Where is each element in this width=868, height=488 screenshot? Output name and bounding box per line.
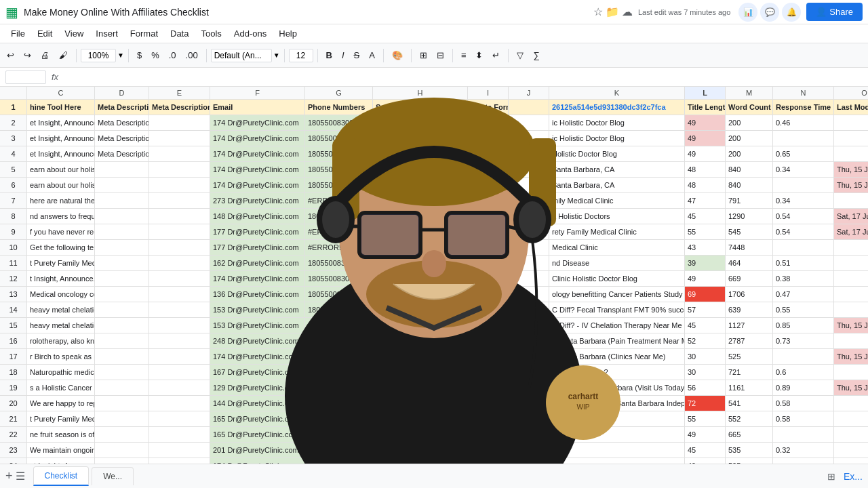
cell[interactable]: [834, 365, 868, 380]
cell[interactable]: 20: [0, 396, 27, 411]
cell[interactable]: [773, 427, 834, 442]
cell[interactable]: 535: [726, 443, 773, 458]
cell[interactable]: [95, 333, 149, 348]
cell[interactable]: earn about our holisti...: [27, 162, 95, 177]
cell[interactable]: ne fruit season is off...: [27, 427, 95, 442]
currency-button[interactable]: $: [133, 47, 146, 63]
cell[interactable]: Thu, 15 Jul 20: [834, 178, 868, 192]
share-button[interactable]: 👤 Share: [806, 3, 863, 21]
cell[interactable]: t Purety Family Medic...: [27, 411, 95, 426]
cell[interactable]: t Purety Family Medic...: [27, 256, 95, 270]
filter-button[interactable]: ▽: [513, 47, 528, 63]
undo-button[interactable]: ↩: [3, 47, 18, 63]
cell[interactable]: 49: [685, 131, 726, 146]
sheet-menu-button[interactable]: ☰: [16, 470, 25, 483]
cell[interactable]: [95, 411, 149, 426]
cell[interactable]: here are natural thera...: [27, 193, 95, 208]
wrap-button[interactable]: ↵: [488, 47, 504, 63]
cell[interactable]: [773, 240, 834, 255]
cell[interactable]: et Insight, Announce...: [27, 146, 95, 161]
cell[interactable]: [95, 287, 149, 302]
cell[interactable]: 0.38: [773, 271, 834, 286]
cell[interactable]: 0.89: [773, 380, 834, 395]
cell[interactable]: 49: [685, 146, 726, 161]
cell[interactable]: 56: [685, 380, 726, 395]
cell[interactable]: f you have never recei...: [27, 224, 95, 239]
cell[interactable]: 49: [685, 115, 726, 130]
cell[interactable]: [95, 240, 149, 255]
cell[interactable]: 2: [0, 115, 27, 130]
cell[interactable]: [95, 443, 149, 458]
cell[interactable]: earn about our holisti...: [27, 178, 95, 192]
cell[interactable]: [834, 240, 868, 255]
col-header-o[interactable]: O: [834, 87, 868, 99]
cell[interactable]: 14: [0, 302, 27, 317]
menu-tools[interactable]: Tools: [195, 26, 226, 41]
cell-o1[interactable]: Last Modifi...: [834, 100, 868, 115]
cell[interactable]: 19: [0, 380, 27, 395]
cell[interactable]: 2787: [726, 333, 773, 348]
cell[interactable]: 1161: [726, 380, 773, 395]
cell[interactable]: Thu, 15 Jul 20: [834, 162, 868, 177]
cell[interactable]: Thu, 15 Jul 20: [834, 380, 868, 395]
cell[interactable]: Get the following test...: [27, 240, 95, 255]
cell[interactable]: 5: [0, 162, 27, 177]
cell[interactable]: Sat, 17 Jul 20: [834, 209, 868, 224]
cell[interactable]: 639: [726, 302, 773, 317]
cell[interactable]: 15: [0, 318, 27, 333]
add-sheet-button[interactable]: +: [5, 469, 13, 483]
italic-button[interactable]: I: [338, 47, 349, 63]
cell[interactable]: 16: [0, 333, 27, 348]
cell[interactable]: 69: [685, 287, 726, 302]
cell[interactable]: 0.34: [773, 193, 834, 208]
cell[interactable]: 0.32: [773, 443, 834, 458]
cell[interactable]: 39: [685, 256, 726, 270]
cell[interactable]: 7448: [726, 240, 773, 255]
cell[interactable]: 525: [726, 349, 773, 364]
cell[interactable]: [95, 349, 149, 364]
zoom-dropdown-icon[interactable]: ▼: [117, 52, 124, 59]
cell[interactable]: 0.46: [773, 115, 834, 130]
cell[interactable]: [773, 178, 834, 192]
cell[interactable]: [95, 302, 149, 317]
cell[interactable]: [834, 193, 868, 208]
cell[interactable]: 0.47: [773, 287, 834, 302]
cell[interactable]: 840: [726, 162, 773, 177]
cell[interactable]: 0.73: [773, 333, 834, 348]
cell[interactable]: 22: [0, 427, 27, 442]
zoom-select[interactable]: 100%: [81, 49, 116, 62]
sheets-options-button[interactable]: ⊞: [827, 471, 835, 482]
cell[interactable]: [834, 396, 868, 411]
paint-format-button[interactable]: 🖌: [55, 47, 72, 63]
cell[interactable]: [773, 349, 834, 364]
cell[interactable]: 200: [726, 146, 773, 161]
cell[interactable]: 9: [0, 224, 27, 239]
cell[interactable]: [95, 209, 149, 224]
col-header-l[interactable]: L: [685, 87, 726, 99]
cell-l1[interactable]: Title Length: [685, 100, 726, 115]
decimal-dec-button[interactable]: .0: [165, 47, 180, 63]
cell[interactable]: [834, 256, 868, 270]
cell[interactable]: 721: [726, 365, 773, 380]
cell[interactable]: [95, 427, 149, 442]
cell[interactable]: 47: [685, 193, 726, 208]
cell[interactable]: [834, 115, 868, 130]
cell[interactable]: 0.6: [773, 365, 834, 380]
cell[interactable]: Medical oncology cont...: [27, 287, 95, 302]
cell[interactable]: Meta Descriptio...: [95, 146, 149, 161]
explore-button[interactable]: Ex...: [844, 471, 863, 482]
sheet-tab-we[interactable]: We...: [92, 467, 134, 485]
cell[interactable]: heavy metal chelation...: [27, 302, 95, 317]
cell[interactable]: 18: [0, 365, 27, 380]
cell[interactable]: 49: [685, 427, 726, 442]
cell[interactable]: 1127: [726, 318, 773, 333]
cell[interactable]: 669: [726, 271, 773, 286]
strikethrough-button[interactable]: S: [350, 47, 364, 63]
cell[interactable]: 52: [685, 333, 726, 348]
cell[interactable]: 1706: [726, 287, 773, 302]
cell[interactable]: heavy metal chelation...: [27, 318, 95, 333]
bold-button[interactable]: B: [322, 47, 336, 63]
cell[interactable]: [834, 146, 868, 161]
font-size-input[interactable]: 12: [289, 49, 313, 62]
folder-icon[interactable]: 📁: [606, 5, 619, 18]
